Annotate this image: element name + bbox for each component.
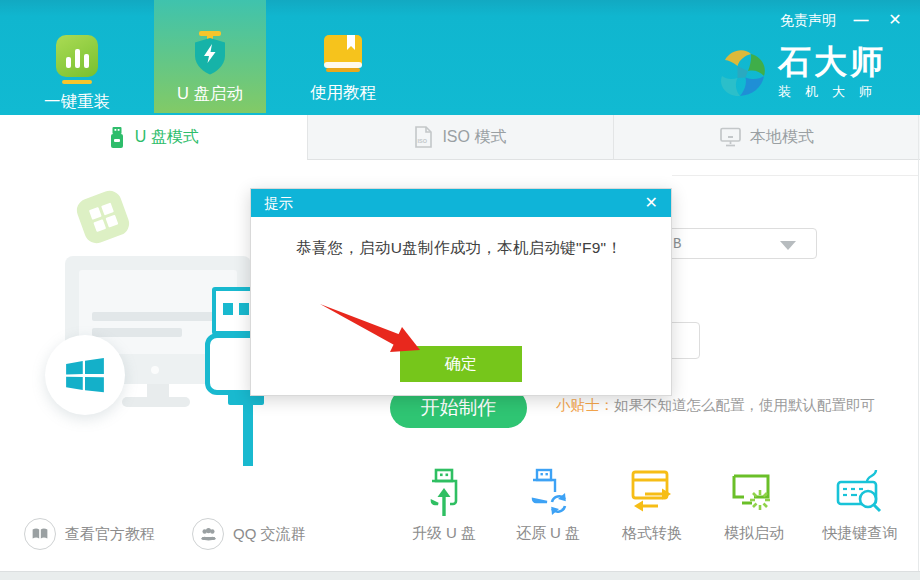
brand-subtitle: 装机大师 [778, 83, 886, 101]
nav-label: 一键重装 [44, 91, 110, 113]
tool-label: 格式转换 [622, 524, 682, 543]
people-circle-icon [192, 518, 224, 550]
close-button[interactable]: ✕ [882, 6, 908, 32]
usb-cable [243, 403, 253, 466]
tool-label: 升级 U 盘 [412, 524, 476, 543]
format-convert-icon [628, 468, 676, 518]
tab-local-mode[interactable]: 本地模式 [613, 115, 920, 160]
tip-body: 如果不知道怎么配置，使用默认配置即可 [614, 397, 875, 413]
nav-label: U 盘启动 [177, 83, 243, 105]
tool-restore-usb[interactable]: 还原 U 盘 [512, 468, 584, 543]
upgrade-usb-icon [420, 468, 468, 518]
nav-label: 使用教程 [310, 82, 376, 104]
windows-flag-icon [65, 357, 105, 393]
simulate-boot-icon [730, 468, 778, 518]
tip-text: 小贴士：如果不知道怎么配置，使用默认配置即可 [556, 396, 875, 415]
nav-item-one-key-reinstall[interactable]: 一键重装 [21, 0, 133, 113]
success-dialog: 提示 ✕ 恭喜您，启动U盘制作成功，本机启动键"F9"！ 确定 [250, 188, 672, 396]
windows-badge-illustration [45, 335, 125, 415]
brand-title: 石大师 [778, 44, 886, 80]
tab-iso-mode[interactable]: ISO ISO 模式 [307, 115, 614, 160]
disclaimer-link[interactable]: 免责声明 [780, 12, 836, 30]
book-icon [321, 33, 365, 75]
content-right-border [918, 115, 919, 572]
svg-text:ISO: ISO [418, 138, 428, 144]
red-pointer-arrow [318, 300, 426, 362]
link-label: 查看官方教程 [65, 525, 155, 544]
app-header: 一键重装 U 盘启动 使用教程 免责声明 — ✕ 石大师 [0, 0, 920, 115]
mode-tabbar: U 盘模式 ISO ISO 模式 本地模式 [0, 115, 920, 160]
yellow-underline [62, 80, 92, 84]
dialog-title: 提示 [264, 194, 293, 213]
tool-hotkey-query[interactable]: 快捷键查询 [818, 468, 902, 543]
brand-logo: 石大师 装机大师 [716, 44, 886, 101]
tool-label: 还原 U 盘 [516, 524, 580, 543]
panel-divider [672, 175, 919, 176]
tool-label: 快捷键查询 [823, 524, 898, 543]
tool-label: 模拟启动 [724, 524, 784, 543]
dialog-message: 恭喜您，启动U盘制作成功，本机启动键"F9"！ [296, 238, 646, 259]
chevron-down-icon [780, 241, 796, 250]
shield-lightning-icon [187, 30, 233, 76]
tab-label: U 盘模式 [135, 127, 199, 148]
window-bottom-strip [0, 571, 920, 580]
tool-simulate-boot[interactable]: 模拟启动 [718, 468, 790, 543]
tab-label: ISO 模式 [442, 127, 506, 148]
usb-device-select-value: B [673, 236, 681, 252]
tab-label: 本地模式 [750, 127, 814, 148]
iso-file-icon: ISO [414, 126, 433, 148]
monitor-base [122, 397, 190, 407]
tool-format-convert[interactable]: 格式转换 [616, 468, 688, 543]
tip-label: 小贴士： [556, 397, 614, 413]
dialog-header: 提示 ✕ [251, 189, 671, 217]
book-circle-icon [24, 518, 56, 550]
minimize-button[interactable]: — [848, 6, 874, 32]
usb-device-select[interactable]: B [650, 228, 817, 259]
windows-flag-icon [88, 202, 117, 231]
restore-usb-icon [524, 468, 572, 518]
dialog-close-icon[interactable]: ✕ [645, 195, 658, 211]
hotkey-query-icon [835, 468, 885, 518]
official-tutorial-link[interactable]: 查看官方教程 [24, 518, 155, 550]
monitor-icon [720, 127, 741, 147]
bar-chart-icon [56, 35, 98, 77]
nav-item-usb-boot[interactable]: U 盘启动 [154, 0, 266, 113]
tab-usb-mode[interactable]: U 盘模式 [0, 115, 307, 160]
brand-swirl-icon [716, 44, 770, 100]
tool-upgrade-usb[interactable]: 升级 U 盘 [408, 468, 480, 543]
windows-tile-illustration [74, 188, 133, 247]
qq-group-link[interactable]: QQ 交流群 [192, 518, 306, 550]
link-label: QQ 交流群 [233, 525, 306, 544]
nav-item-tutorial[interactable]: 使用教程 [287, 0, 399, 113]
usb-drive-icon [108, 127, 126, 148]
